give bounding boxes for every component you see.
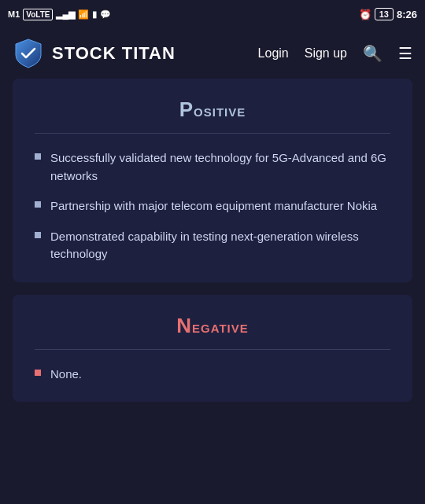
message-icon: 💬 [100,9,111,20]
list-item: Partnership with major telecom equipment… [35,197,390,215]
carrier-label: M1 [8,9,20,19]
list-item: None. [35,366,390,384]
alarm-icon: ⏰ [359,9,371,20]
status-left: M1 VoLTE ▂▄▆ 📶 ▮ 💬 [8,9,111,20]
bullet-icon [35,232,41,238]
time-label: 8:26 [397,9,417,20]
bullet-text: Partnership with major telecom equipment… [50,197,390,215]
wifi-icon: 📶 [78,9,89,20]
negative-divider [35,349,390,350]
main-content: PPositiveositive Successfully validated … [0,79,425,414]
bullet-icon [35,153,41,160]
positive-divider [35,133,390,134]
menu-icon[interactable]: ☰ [398,44,412,63]
negative-card: Negative None. [13,295,412,403]
login-link[interactable]: Login [258,46,289,61]
positive-bullet-list: Successfully validated new technology fo… [35,149,390,263]
negative-title: Negative [35,314,390,338]
status-bar: M1 VoLTE ▂▄▆ 📶 ▮ 💬 ⏰ 13 8:26 [0,0,425,28]
bullet-icon [35,370,41,376]
logo-text: STOCK TITAN [52,43,176,64]
signup-link[interactable]: Sign up [305,46,347,61]
list-item: Successfully validated new technology fo… [35,149,390,185]
bullet-text: None. [50,366,390,384]
positive-card: PPositiveositive Successfully validated … [13,79,412,282]
status-right: ⏰ 13 8:26 [359,8,417,20]
nav-links: Login Sign up 🔍 ☰ [258,44,412,63]
bullet-text: Successfully validated new technology fo… [50,149,390,185]
logo-container: STOCK TITAN [13,38,249,69]
logo-icon [13,38,44,69]
network-type-label: VoLTE [23,9,53,20]
battery-small-icon: ▮ [92,9,97,20]
bullet-icon [35,201,41,208]
battery-level: 13 [375,8,394,20]
list-item: Demonstrated capability in testing next-… [35,228,390,263]
navbar: STOCK TITAN Login Sign up 🔍 ☰ [0,28,425,79]
signal-icon: ▂▄▆ [56,9,75,20]
search-icon[interactable]: 🔍 [363,44,382,63]
bullet-text: Demonstrated capability in testing next-… [50,228,390,263]
negative-bullet-list: None. [35,366,390,384]
positive-title: PPositiveositive [35,97,390,122]
